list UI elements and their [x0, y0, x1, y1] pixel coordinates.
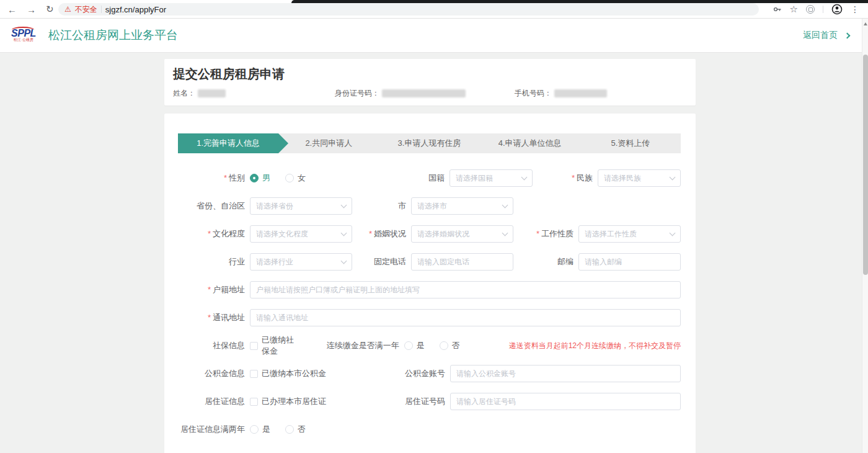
industry-label: 行业 — [178, 256, 245, 267]
chevron-down-icon — [670, 174, 676, 181]
logo-subtext: 松江·公租房 — [9, 38, 38, 42]
phone-label: 手机号码： — [515, 88, 552, 99]
telephone-label: 固定电话 — [352, 256, 406, 267]
id-number-value-redacted — [382, 89, 466, 97]
page: ← → ↻ ⚠ 不安全 sjgzf.cn/applyFor ☆ ⋮ — [0, 0, 868, 453]
residence-two-years-yes-label[interactable]: 是 — [262, 424, 270, 435]
telephone-input[interactable] — [411, 253, 513, 271]
back-icon[interactable]: ← — [7, 4, 17, 15]
id-number-label: 身份证号码： — [335, 88, 379, 99]
chevron-down-icon — [670, 230, 676, 236]
applicant-form: 性别 男 女 国籍 请选择国籍 民族 请选择民族 — [178, 169, 681, 438]
apply-summary-card: 提交公租房租房申请 姓名： 身份证号码： 手机号码： — [164, 59, 696, 105]
application-form-card: 1.完善申请人信息 2.共同申请人 3.申请人现有住房 4.申请人单位信息 5.… — [164, 114, 696, 453]
address-bar[interactable]: ⚠ 不安全 sjgzf.cn/applyFor — [58, 3, 759, 16]
page-scrollbar[interactable] — [862, 19, 868, 453]
residence-no-input[interactable] — [450, 393, 681, 410]
password-key-icon[interactable] — [773, 5, 782, 14]
fund-checkbox-label[interactable]: 已缴纳本市公积金 — [262, 368, 326, 379]
residence-two-years-yes-radio[interactable] — [250, 425, 259, 434]
social-security-note: 递送资料当月起前12个月连续缴纳，不得补交及暂停 — [509, 341, 681, 351]
fund-label: 公积金信息 — [178, 368, 245, 379]
extension-icon[interactable] — [806, 5, 815, 14]
step-3-current-housing[interactable]: 3.申请人现有住房 — [379, 133, 479, 153]
residence-two-years-no-label[interactable]: 否 — [298, 424, 306, 435]
census-address-input[interactable] — [250, 281, 681, 298]
residence-checkbox[interactable] — [250, 398, 258, 406]
province-select[interactable]: 请选择省份 — [250, 197, 352, 215]
residence-no-label: 居住证号码 — [326, 396, 445, 407]
residence-label: 居住证信息 — [178, 396, 245, 407]
contact-address-input[interactable] — [250, 309, 681, 326]
continuous-payment-no-label[interactable]: 否 — [452, 340, 460, 351]
page-title: 提交公租房租房申请 — [173, 66, 687, 83]
step-1-applicant-info[interactable]: 1.完善申请人信息 — [178, 133, 278, 153]
phone-value-redacted — [554, 89, 607, 97]
education-select[interactable]: 请选择文化程度 — [250, 225, 352, 243]
chevron-down-icon — [502, 202, 508, 209]
continuous-payment-label: 连续缴金是否满一年 — [301, 340, 399, 351]
chevron-down-icon — [341, 258, 347, 264]
ethnic-label: 民族 — [533, 173, 593, 184]
work-type-select[interactable]: 请选择工作性质 — [578, 225, 681, 243]
chevron-down-icon — [521, 174, 528, 181]
gender-male-label[interactable]: 男 — [262, 173, 270, 184]
marriage-select[interactable]: 请选择婚姻状况 — [411, 225, 513, 243]
postcode-input[interactable] — [578, 253, 681, 271]
name-value-redacted — [198, 89, 226, 97]
census-address-label: 户籍地址 — [178, 284, 245, 295]
social-security-checkbox[interactable] — [250, 342, 258, 350]
site-header: SPPL 松江·公租房 松江公租房网上业务平台 返回首页 — [0, 19, 868, 53]
back-home-label: 返回首页 — [803, 30, 838, 41]
industry-select[interactable]: 请选择行业 — [250, 253, 352, 271]
social-security-label: 社保信息 — [178, 340, 245, 351]
continuous-payment-no-radio[interactable] — [440, 341, 448, 350]
province-label: 省份、自治区 — [178, 200, 245, 212]
divider — [101, 6, 102, 13]
profile-avatar-icon[interactable] — [831, 4, 843, 15]
continuous-payment-yes-radio[interactable] — [404, 341, 413, 350]
sppl-logo[interactable]: SPPL 松江·公租房 — [9, 29, 38, 42]
scroll-up-arrow-icon[interactable] — [864, 22, 867, 25]
fund-account-input[interactable] — [450, 365, 681, 382]
forward-icon[interactable]: → — [27, 4, 36, 15]
residence-checkbox-label[interactable]: 已办理本市居住证 — [262, 396, 326, 407]
nationality-label: 国籍 — [385, 173, 445, 184]
fund-account-label: 公积金账号 — [326, 368, 445, 379]
education-label: 文化程度 — [178, 228, 245, 240]
chevron-down-icon — [341, 202, 347, 209]
continuous-payment-yes-label[interactable]: 是 — [417, 340, 425, 351]
site-title: 松江公租房网上业务平台 — [48, 27, 178, 43]
gender-female-radio[interactable] — [285, 174, 294, 182]
divider — [823, 6, 823, 13]
step-2-co-applicants[interactable]: 2.共同申请人 — [278, 133, 379, 153]
gender-male-radio[interactable] — [250, 174, 259, 182]
back-home-link[interactable]: 返回首页 — [803, 30, 849, 41]
postcode-label: 邮编 — [513, 256, 574, 267]
step-bar: 1.完善申请人信息 2.共同申请人 3.申请人现有住房 4.申请人单位信息 5.… — [178, 133, 681, 153]
contact-address-label: 通讯地址 — [178, 312, 245, 323]
scrollbar-thumb[interactable] — [863, 55, 868, 275]
name-label: 姓名： — [173, 88, 195, 99]
fund-checkbox[interactable] — [250, 370, 258, 378]
work-type-label: 工作性质 — [513, 228, 574, 240]
gender-label: 性别 — [178, 173, 245, 184]
gender-female-label[interactable]: 女 — [298, 173, 306, 184]
step-4-employer-info[interactable]: 4.申请人单位信息 — [480, 133, 580, 153]
security-warning-icon[interactable]: ⚠ — [64, 6, 71, 13]
ethnic-select[interactable]: 请选择民族 — [598, 169, 681, 187]
nationality-select[interactable]: 请选择国籍 — [450, 169, 533, 187]
residence-two-years-no-radio[interactable] — [285, 425, 294, 434]
reload-icon[interactable]: ↻ — [46, 4, 54, 15]
security-label: 不安全 — [75, 4, 97, 15]
url-text[interactable]: sjgzf.cn/applyFor — [105, 5, 166, 14]
residence-two-years-label: 居住证信息满两年 — [178, 424, 245, 435]
chevron-right-icon — [844, 33, 851, 39]
tabstrip-edge — [291, 0, 868, 3]
step-5-upload-documents[interactable]: 5.资料上传 — [580, 133, 681, 153]
marriage-label: 婚姻状况 — [352, 228, 406, 240]
social-security-checkbox-label[interactable]: 已缴纳社保金 — [262, 334, 301, 357]
chrome-menu-icon[interactable]: ⋮ — [851, 4, 859, 14]
bookmark-star-icon[interactable]: ☆ — [790, 4, 798, 15]
city-select[interactable]: 请选择市 — [411, 197, 513, 215]
